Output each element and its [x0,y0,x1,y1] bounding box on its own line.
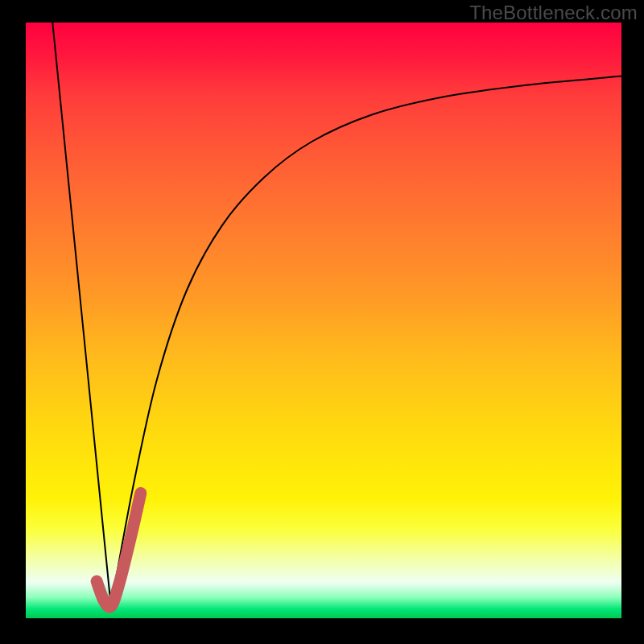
plot-area [26,23,621,618]
watermark-text: TheBottleneck.com [469,2,638,24]
left-branch-line [52,23,111,606]
right-branch-line [111,76,621,607]
chart-frame: TheBottleneck.com [0,0,644,644]
highlight-j-line [97,493,141,608]
curve-group [52,23,621,607]
curve-layer [26,23,621,618]
